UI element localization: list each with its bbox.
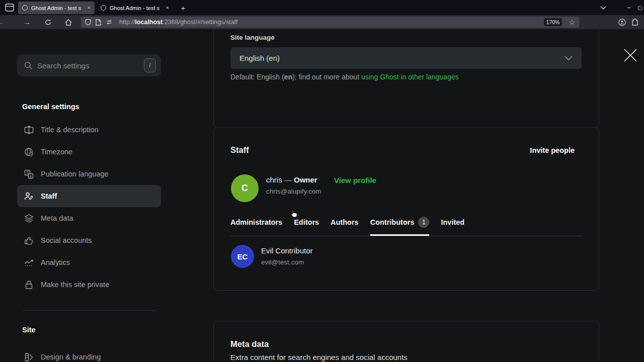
sidebar-item-label: Design & branding	[41, 353, 101, 361]
ghost-favicon	[22, 5, 28, 11]
sidebar-item-label: Social accounts	[41, 236, 92, 244]
sidebar-item-label: Staff	[41, 192, 57, 200]
sidebar-item-label: Analytics	[41, 258, 70, 266]
site-heading: Site	[22, 326, 36, 334]
member-name[interactable]: Evil Contributor	[261, 246, 313, 255]
staff-card: Staff Invite people C chris — Owner View…	[213, 127, 599, 291]
mouse-cursor-pointer	[290, 209, 298, 218]
sidebar-item-staff[interactable]: Staff	[17, 185, 161, 207]
home-button[interactable]	[62, 17, 74, 28]
page-info-icon[interactable]	[96, 19, 101, 26]
account-icon[interactable]	[616, 17, 628, 28]
sidebar-item-label: Meta data	[41, 214, 73, 222]
view-profile-link[interactable]: View profile	[334, 176, 376, 185]
search-icon	[24, 61, 33, 70]
new-tab-button[interactable]: +	[177, 2, 189, 14]
browser-tab-bar: Ghost Admin - test site × Ghost Admin - …	[0, 0, 644, 15]
tab-invited[interactable]: Invited	[441, 217, 464, 236]
contributors-count-badge: 1	[418, 217, 429, 228]
ghost-admin-app: / General settings Title & description T…	[0, 29, 644, 362]
url-text: http://localhost:2368/ghost/#/settings/s…	[119, 19, 539, 26]
tab-title: Ghost Admin - test site	[110, 5, 159, 11]
owner-name: chris — Owner	[266, 175, 317, 184]
other-languages-link[interactable]: using Ghost in other languages	[361, 73, 459, 81]
staff-icon	[24, 192, 34, 201]
sidebar-item-label: Make this site private	[41, 281, 109, 289]
sidebar-item-meta-data[interactable]: Meta data	[17, 207, 161, 229]
search-shortcut-key: /	[144, 58, 156, 72]
browser-nav-bar: ← → http://localhost:2368/ghost/#/settin…	[0, 15, 644, 29]
sidebar-item-label: Publication language	[41, 170, 109, 178]
tab-administrators[interactable]: Administrators	[230, 217, 282, 236]
ghost-favicon	[101, 5, 106, 11]
reload-button[interactable]	[42, 17, 54, 28]
sidebar-item-publication-language[interactable]: 文A Publication language	[17, 163, 161, 185]
sidebar-item-make-site-private[interactable]: Make this site private	[17, 274, 161, 296]
chevron-down-icon	[565, 56, 573, 60]
staff-role-tabs: Administrators Editors Authors Contribut…	[230, 217, 583, 236]
site-language-label: Site language	[230, 34, 275, 41]
browser-tab-1[interactable]: Ghost Admin - test site ×	[18, 2, 95, 14]
general-settings-heading: General settings	[22, 103, 79, 111]
meta-data-icon	[24, 214, 34, 223]
site-language-helper: Default: English (en); find out more abo…	[230, 73, 459, 81]
shield-icon[interactable]	[85, 19, 91, 26]
timezone-icon	[24, 147, 34, 157]
sidebar-item-analytics[interactable]: Analytics	[17, 251, 161, 274]
site-language-select[interactable]: English (en)	[230, 47, 582, 69]
window-maximize-button[interactable]: ▢	[633, 0, 644, 15]
social-accounts-icon	[24, 236, 34, 245]
bookmark-star-icon[interactable]: ☆	[569, 18, 575, 26]
extensions-icon[interactable]	[629, 17, 641, 28]
publication-language-icon: 文A	[24, 169, 34, 179]
meta-data-subtitle: Extra content for search engines and soc…	[230, 353, 408, 361]
search-input[interactable]	[37, 61, 139, 70]
tab-close-icon[interactable]: ×	[166, 5, 169, 11]
site-language-card: Site language English (en) Default: Engl…	[213, 29, 599, 128]
member-avatar[interactable]: EC	[231, 245, 254, 268]
analytics-icon	[24, 258, 34, 267]
meta-data-card: Meta data Extra content for search engin…	[213, 321, 599, 362]
tab-contributors[interactable]: Contributors1	[370, 217, 430, 236]
zoom-level-badge[interactable]: 170%	[544, 18, 562, 26]
member-email: evil@test.com	[261, 258, 304, 266]
owner-email: chris@alupify.com	[266, 188, 321, 195]
owner-avatar[interactable]: C	[231, 174, 259, 202]
design-branding-icon	[24, 352, 34, 362]
sidebar-divider	[23, 310, 156, 311]
forward-button[interactable]: →	[21, 17, 33, 28]
tab-authors[interactable]: Authors	[331, 217, 359, 236]
sidebar-item-design-branding[interactable]: Design & branding	[17, 346, 161, 362]
url-bar[interactable]: http://localhost:2368/ghost/#/settings/s…	[81, 17, 579, 28]
selected-language: English (en)	[239, 54, 280, 62]
staff-card-title: Staff	[230, 145, 249, 155]
tab-editors[interactable]: Editors	[294, 217, 319, 236]
sidebar-item-label: Title & description	[41, 126, 99, 134]
tab-list-chevron-icon[interactable]	[596, 0, 610, 15]
search-settings-box[interactable]: /	[17, 54, 161, 76]
sidebar-item-label: Timezone	[41, 148, 72, 156]
svg-text:A: A	[30, 174, 32, 177]
invite-people-button[interactable]: Invite people	[530, 146, 575, 154]
back-button[interactable]: ←	[0, 17, 8, 28]
firefox-view-icon[interactable]	[5, 4, 14, 12]
tab-close-icon[interactable]: ×	[88, 5, 91, 11]
lock-icon	[24, 280, 34, 290]
tab-title: Ghost Admin - test site	[31, 5, 81, 11]
meta-data-title: Meta data	[230, 339, 269, 349]
permissions-swap-icon[interactable]	[106, 20, 113, 25]
sidebar-item-title-description[interactable]: Title & description	[17, 119, 161, 141]
sidebar-item-social-accounts[interactable]: Social accounts	[17, 229, 161, 251]
close-settings-button[interactable]	[623, 48, 637, 62]
sidebar-item-timezone[interactable]: Timezone	[17, 141, 161, 163]
browser-tab-2[interactable]: Ghost Admin - test site ×	[97, 2, 173, 14]
title-description-icon	[24, 125, 34, 135]
